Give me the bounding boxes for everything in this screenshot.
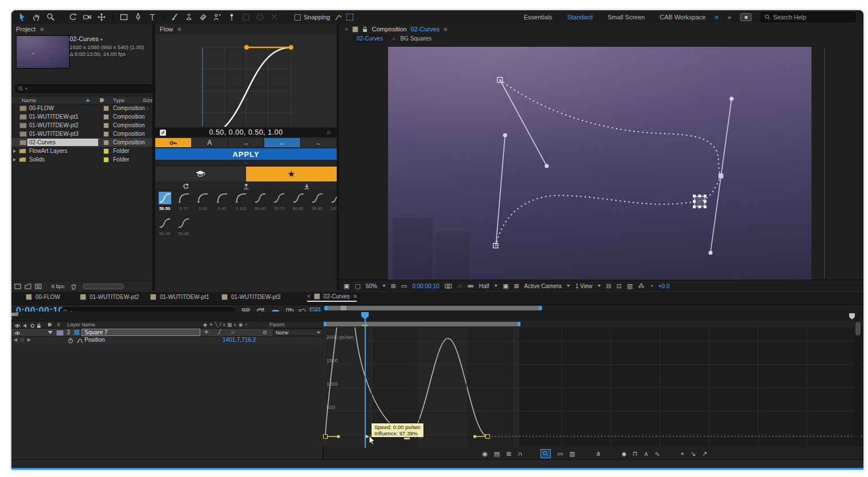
snap-angle-icon[interactable] bbox=[333, 12, 344, 22]
snapshot-icon[interactable] bbox=[445, 282, 453, 289]
flow-preset[interactable]: 50-50 bbox=[156, 192, 173, 211]
ease-in-icon[interactable]: ↘ bbox=[691, 451, 696, 457]
label-color-chip[interactable] bbox=[103, 114, 109, 120]
workspace-tab[interactable]: Small Screen bbox=[608, 14, 645, 21]
roto-brush-tool-icon[interactable] bbox=[212, 12, 223, 22]
label-color-chip[interactable] bbox=[103, 131, 109, 137]
workspace-tab[interactable]: Standard bbox=[567, 14, 593, 21]
transparency-grid-icon[interactable]: ⊠ bbox=[514, 283, 519, 289]
auto-zoom-icon[interactable] bbox=[540, 449, 551, 458]
flow-preset[interactable]: 70-70 bbox=[271, 192, 288, 211]
composition-canvas[interactable] bbox=[388, 47, 812, 280]
project-search-input[interactable]: ▾ bbox=[15, 84, 152, 93]
quality-switch-icon[interactable]: ╱ bbox=[218, 329, 221, 335]
playhead-line[interactable] bbox=[365, 319, 366, 448]
workspace-menu-icon[interactable]: ≡ bbox=[714, 14, 718, 21]
flowchart-button-icon[interactable]: ⁂ bbox=[638, 283, 644, 289]
breadcrumb-parent-comp[interactable]: BG Squares bbox=[400, 35, 431, 42]
reset-exposure-icon[interactable]: ◔ bbox=[649, 283, 653, 289]
fit-selection-icon[interactable]: ▭ bbox=[557, 451, 563, 457]
type-tool-icon[interactable] bbox=[147, 12, 158, 22]
work-area-end-handle[interactable] bbox=[518, 322, 520, 326]
snap-magnet-icon[interactable]: ∩ bbox=[518, 451, 522, 457]
puppet-pin-tool-icon[interactable] bbox=[227, 12, 237, 22]
timeline-tab[interactable]: 00-FLOW bbox=[26, 294, 60, 300]
label-color-chip[interactable] bbox=[103, 148, 109, 154]
fast-previews-icon[interactable]: ▣ bbox=[503, 283, 508, 289]
selection-tool-icon[interactable] bbox=[17, 12, 27, 22]
timeline-tab-active[interactable]: × 02-Curves ≡ bbox=[307, 293, 357, 302]
rotate-tool-icon[interactable] bbox=[68, 12, 78, 22]
primary-viewer-icon[interactable]: ▢ bbox=[354, 283, 360, 289]
flow-curve-editor[interactable] bbox=[155, 34, 337, 127]
workspace-switcher-icon[interactable] bbox=[740, 13, 752, 21]
twirl-icon[interactable] bbox=[13, 158, 16, 161]
timeline-scrollbar-thumb[interactable] bbox=[855, 322, 861, 335]
workspace-tab[interactable]: CAB Workspace bbox=[660, 14, 706, 21]
interpret-footage-icon[interactable] bbox=[14, 283, 22, 290]
convert-bezier-icon[interactable]: ∿ bbox=[655, 451, 660, 457]
property-value[interactable]: 1401.7,716.2 bbox=[223, 337, 256, 343]
rectangle-tool-icon[interactable] bbox=[119, 12, 129, 22]
flow-preset[interactable]: 90-90 bbox=[309, 192, 326, 211]
timeline-tab[interactable]: 01-WUTITDEW-pt3 bbox=[221, 294, 281, 300]
project-item[interactable]: 01-WUTITDEW-pt2 Composition bbox=[11, 121, 152, 130]
zoom-tool-icon[interactable] bbox=[46, 12, 56, 22]
exposure-value[interactable]: +0.0 bbox=[659, 283, 670, 289]
bezier-values[interactable]: 0.50, 0.00, 0.50, 1.00 bbox=[166, 128, 326, 136]
convert-linear-icon[interactable]: ∧ bbox=[644, 451, 648, 457]
graph-type-icon[interactable]: ▤ bbox=[494, 451, 500, 457]
workspace-overflow-icon[interactable]: » bbox=[728, 14, 731, 21]
separate-dimensions-icon[interactable]: ⋔ bbox=[596, 451, 601, 457]
snap-box-icon[interactable] bbox=[346, 14, 353, 21]
flow-preset[interactable]: 50-90 bbox=[156, 217, 173, 236]
show-channels-icon[interactable] bbox=[467, 285, 474, 288]
work-area-bar[interactable] bbox=[326, 322, 518, 326]
comp-marker-bin-icon[interactable] bbox=[849, 313, 855, 320]
twirl-icon[interactable] bbox=[13, 149, 16, 153]
hand-tool-icon[interactable] bbox=[31, 12, 42, 22]
region-of-interest-icon[interactable]: ▭ bbox=[401, 283, 407, 289]
property-name[interactable]: Position bbox=[84, 337, 105, 343]
preview-time-display[interactable]: 0:00:00:10 bbox=[412, 283, 439, 289]
timeline-button-icon[interactable]: ▥ bbox=[627, 283, 632, 289]
close-tab-icon[interactable]: × bbox=[307, 293, 310, 300]
layer-twirl-icon[interactable] bbox=[48, 331, 53, 334]
breadcrumb-active-comp[interactable]: 02-Curves bbox=[353, 35, 387, 42]
clone-stamp-tool-icon[interactable] bbox=[184, 12, 194, 22]
upload-preset-button[interactable] bbox=[216, 183, 276, 190]
trash-icon[interactable] bbox=[70, 283, 78, 290]
effects-switch-icon[interactable]: ⊘ bbox=[231, 329, 235, 335]
project-panel-menu-icon[interactable]: ≡ bbox=[40, 26, 43, 33]
choose-properties-icon[interactable]: ◉ bbox=[482, 451, 488, 457]
layer-name-box[interactable]: Square 7 bbox=[82, 329, 200, 336]
keyframes-mode-button[interactable] bbox=[155, 138, 192, 147]
refresh-presets-button[interactable] bbox=[155, 183, 216, 190]
favorite-star-icon[interactable]: ☆ bbox=[326, 129, 332, 136]
show-snapshot-icon[interactable]: ▱ bbox=[458, 283, 462, 289]
flow-panel-menu-icon[interactable]: ≡ bbox=[177, 26, 181, 33]
flow-preset[interactable]: 0-70 bbox=[175, 192, 192, 211]
pan-behind-tool-icon[interactable] bbox=[96, 12, 107, 22]
layer-color-chip[interactable] bbox=[56, 330, 64, 336]
eraser-tool-icon[interactable] bbox=[198, 12, 208, 22]
convert-hold-icon[interactable]: ⊓ bbox=[633, 451, 638, 457]
timeline-tab[interactable]: 01-WUTITDEW-pt2 bbox=[80, 294, 139, 300]
new-composition-icon[interactable] bbox=[34, 283, 42, 290]
expression-mode-button[interactable]: A bbox=[192, 138, 228, 147]
flow-preset[interactable]: 80-80 bbox=[290, 192, 306, 211]
flow-preset[interactable]: 0-90 bbox=[213, 192, 230, 211]
keyframe-nav-current-icon[interactable]: ◇ bbox=[21, 337, 24, 342]
ease-in-direction-button[interactable]: ← bbox=[301, 138, 337, 147]
parent-dropdown[interactable]: None bbox=[273, 329, 323, 336]
tutorial-button[interactable] bbox=[155, 167, 246, 181]
anchor-switch-icon[interactable]: ✛ bbox=[204, 329, 209, 335]
project-item[interactable]: 00-FLOW Composition ∴ bbox=[11, 104, 152, 112]
project-columns-header[interactable]: Name Type Size bbox=[11, 96, 152, 104]
time-navigator-bar[interactable] bbox=[328, 306, 539, 310]
camera-tool-icon[interactable] bbox=[82, 12, 92, 22]
flow-preset[interactable]: 50-80 bbox=[175, 217, 192, 236]
panel-divider-handle[interactable]: ⋯ bbox=[155, 161, 337, 165]
share-view-icon[interactable]: ⊟ bbox=[606, 283, 611, 289]
fit-all-graphs-icon[interactable]: ▥ bbox=[570, 451, 575, 457]
